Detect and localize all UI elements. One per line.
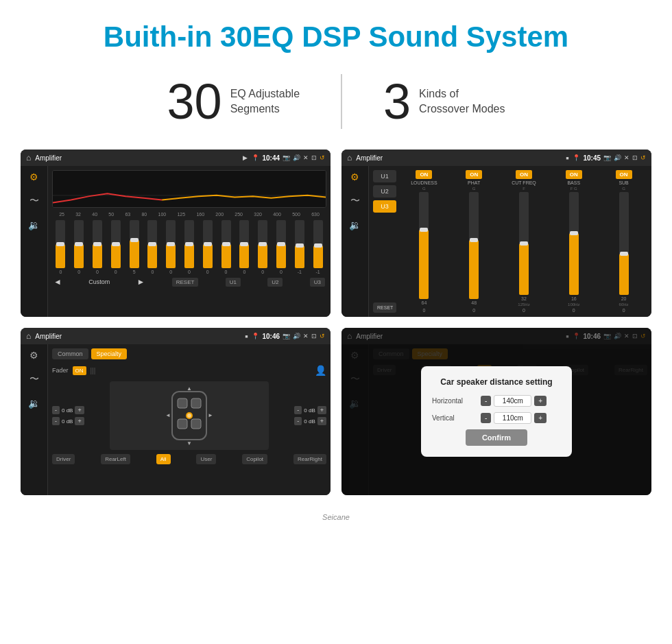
common-tab[interactable]: Common [52, 348, 88, 359]
vol-lt-plus[interactable]: + [75, 406, 84, 414]
fader-on[interactable]: ON [73, 366, 86, 375]
watermark: Seicane [0, 509, 672, 528]
user-btn[interactable]: User [196, 454, 216, 464]
window-icon-2[interactable]: ⊡ [632, 154, 638, 161]
reset-button[interactable]: RESET [172, 278, 199, 287]
rearleft-btn[interactable]: RearLeft [101, 454, 130, 464]
vol-lb-plus[interactable]: + [75, 417, 84, 425]
u3-button[interactable]: U3 [310, 278, 325, 287]
eq-slider-8[interactable]: 0 [181, 220, 198, 274]
eq-slider-3[interactable]: 0 [89, 220, 106, 274]
eq-slider-14[interactable]: -1 [291, 220, 308, 274]
rearright-btn[interactable]: RearRight [293, 454, 326, 464]
vol-rt-plus[interactable]: + [317, 406, 326, 414]
vertical-plus[interactable]: + [534, 413, 547, 423]
wave-icon-2[interactable]: 〜 [350, 195, 360, 207]
eq-slider-13[interactable]: 0 [273, 220, 290, 274]
prev-icon[interactable]: ◄ [53, 277, 62, 287]
screen1-main: 253240506380100125160200250320400500630 … [48, 166, 331, 317]
cutfreq-label: CUT FREQ [512, 180, 536, 185]
specialty-tab[interactable]: Specialty [91, 348, 128, 359]
vol-lt-minus[interactable]: - [52, 406, 60, 414]
vol-lb-value: 0 dB [62, 418, 73, 425]
bass-on[interactable]: ON [566, 170, 582, 179]
back-icon[interactable]: ↺ [320, 154, 325, 161]
eq-slider-9[interactable]: 0 [199, 220, 216, 274]
volume-icon-3[interactable]: 🔊 [293, 333, 300, 339]
all-btn[interactable]: All [156, 454, 171, 464]
preset-u3[interactable]: U3 [373, 200, 396, 213]
eq-slider-7[interactable]: 0 [163, 220, 180, 274]
home-icon-2[interactable]: ⌂ [347, 153, 352, 163]
horizontal-plus[interactable]: + [534, 396, 547, 406]
eq-slider-2[interactable]: 0 [71, 220, 88, 274]
next-icon[interactable]: ► [137, 277, 145, 287]
close-icon[interactable]: ✕ [303, 154, 309, 161]
vol-left-top: - 0 dB + [52, 406, 107, 414]
u2-button[interactable]: U2 [267, 278, 283, 287]
speaker-grid: - 0 dB + - 0 dB + [52, 381, 326, 450]
eq-slider-1[interactable]: 0 [52, 220, 69, 274]
speaker-icon-3[interactable]: 🔉 [28, 398, 40, 409]
cutfreq-slider[interactable] [519, 192, 529, 295]
eq-slider-12[interactable]: 0 [254, 220, 272, 274]
phat-slider[interactable] [469, 192, 479, 299]
close-icon-3[interactable]: ✕ [303, 333, 309, 339]
vol-rb-plus[interactable]: + [317, 417, 326, 425]
phat-on[interactable]: ON [466, 170, 482, 179]
eq-slider-10[interactable]: 0 [217, 220, 235, 274]
vol-rb-minus[interactable]: - [294, 417, 302, 425]
home-icon[interactable]: ⌂ [26, 153, 31, 163]
eq-slider-11[interactable]: 0 [236, 220, 253, 274]
back-icon-2[interactable]: ↺ [640, 154, 646, 161]
reset-btn-2[interactable]: RESET [373, 302, 396, 313]
loudness-on[interactable]: ON [416, 170, 432, 179]
eq-icon-2[interactable]: ⚙ [350, 171, 359, 182]
speaker-icon-2[interactable]: 🔉 [349, 219, 361, 230]
svg-text:▲: ▲ [187, 385, 192, 392]
sub-on[interactable]: ON [616, 170, 632, 179]
vertical-minus[interactable]: - [481, 413, 491, 423]
home-icon-3[interactable]: ⌂ [26, 331, 31, 341]
crossover-number: 3 [383, 77, 411, 126]
volume-icon-2[interactable]: 🔊 [614, 154, 621, 161]
eq-icon[interactable]: ⚙ [29, 171, 38, 182]
speaker-icon[interactable]: 🔉 [28, 219, 40, 230]
preset-u2[interactable]: U2 [373, 185, 396, 198]
camera-icon[interactable]: 📷 [283, 154, 290, 161]
cutfreq-on[interactable]: ON [516, 170, 532, 179]
vol-left-bottom: - 0 dB + [52, 417, 107, 425]
loudness-slider[interactable] [419, 192, 429, 299]
eq-bottom-bar: ◄ Custom ► RESET U1 U2 U3 [52, 274, 326, 287]
vol-lb-minus[interactable]: - [52, 417, 60, 425]
bass-slider[interactable] [569, 192, 579, 295]
window-icon[interactable]: ⊡ [311, 154, 317, 161]
close-icon-2[interactable]: ✕ [624, 154, 629, 161]
eq-icon-3[interactable]: ⚙ [29, 350, 38, 361]
vol-rt-minus[interactable]: - [294, 406, 302, 414]
confirm-button[interactable]: Confirm [466, 429, 527, 446]
eq-slider-6[interactable]: 0 [144, 220, 161, 274]
screen1-topbar: ⌂ Amplifier ▶ 📍 10:44 📷 🔊 ✕ ⊡ ↺ [21, 150, 331, 166]
driver-btn[interactable]: Driver [52, 454, 75, 464]
wave-icon[interactable]: 〜 [29, 195, 39, 207]
user-profile-icon[interactable]: 👤 [315, 365, 326, 376]
window-icon-3[interactable]: ⊡ [311, 333, 317, 339]
eq-slider-5[interactable]: 5 [125, 220, 143, 274]
back-icon-3[interactable]: ↺ [320, 333, 325, 339]
play-icon[interactable]: ▶ [243, 154, 248, 161]
volume-icon[interactable]: 🔊 [293, 154, 300, 161]
sub-slider[interactable] [619, 192, 629, 295]
camera-icon-3[interactable]: 📷 [283, 333, 290, 339]
freq-labels: 253240506380100125160200250320400500630 [52, 212, 326, 217]
eq-slider-4[interactable]: 0 [107, 220, 124, 274]
wave-icon-3[interactable]: 〜 [29, 373, 39, 385]
copilot-btn[interactable]: Copilot [242, 454, 267, 464]
eq-slider-15[interactable]: -1 [309, 220, 326, 274]
horizontal-minus[interactable]: - [481, 396, 491, 406]
u1-button[interactable]: U1 [226, 278, 241, 287]
rec-icon-3: ■ [245, 334, 248, 339]
preset-u1[interactable]: U1 [373, 170, 396, 182]
crossover-presets: U1 U2 U3 RESET [373, 170, 396, 313]
camera-icon-2[interactable]: 📷 [603, 154, 611, 161]
